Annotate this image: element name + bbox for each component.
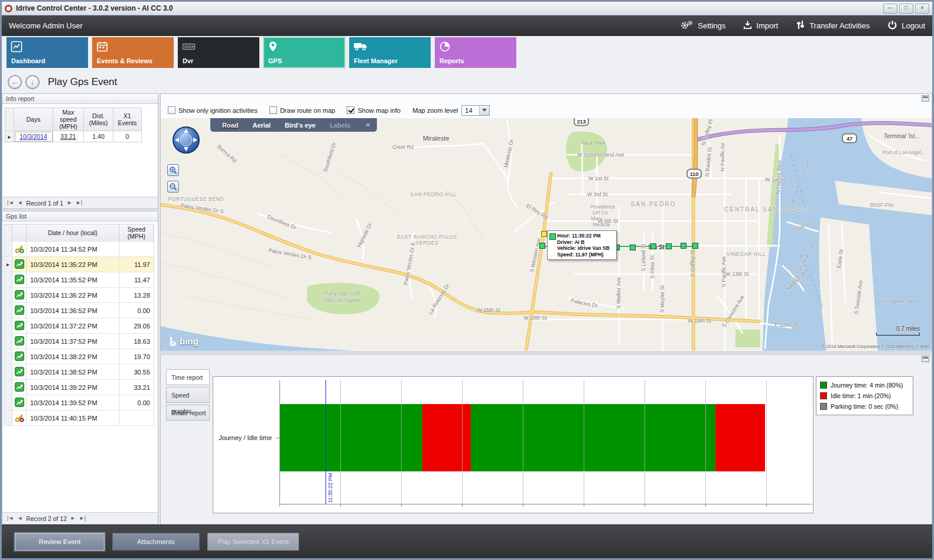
days-cell[interactable]: 10/3/2014 bbox=[14, 131, 53, 142]
gps-list-row[interactable]: 10/3/2014 11:35:52 PM 11.47 bbox=[4, 272, 154, 288]
column-header-dist: Dist. (Miles) bbox=[84, 108, 113, 131]
tab-speed-graphic[interactable]: Speed graphic bbox=[166, 387, 210, 403]
checkbox-icon bbox=[168, 106, 175, 114]
bar-segment-idle bbox=[422, 404, 471, 471]
gps-point-icon bbox=[15, 290, 24, 301]
gps-list-row[interactable]: 10/3/2014 11:38:52 PM 30.55 bbox=[4, 364, 154, 380]
map-style-aerial[interactable]: Aerial bbox=[246, 122, 278, 129]
route-point-marker[interactable] bbox=[692, 243, 698, 249]
tab-gps[interactable]: GPS bbox=[263, 37, 345, 68]
legend-label: Journey time: 4 min (80%) bbox=[831, 382, 903, 389]
review-event-button[interactable]: Review Event bbox=[15, 533, 105, 551]
route-point-marker[interactable] bbox=[539, 243, 545, 249]
axis-tick bbox=[401, 504, 402, 507]
column-header-x1-events: X1 Events bbox=[113, 108, 142, 131]
axis-tick bbox=[523, 504, 523, 507]
tab-events-reviews[interactable]: Events & Reviews bbox=[92, 37, 174, 68]
welcome-text: Welcome Admin User bbox=[9, 21, 83, 30]
legend-label: Idle time: 1 min (20%) bbox=[831, 392, 891, 399]
collapse-panel-button[interactable] bbox=[922, 95, 929, 102]
settings-button[interactable]: Settings bbox=[679, 20, 725, 32]
gps-list-row[interactable]: 10/3/2014 11:37:22 PM 29.05 bbox=[4, 318, 154, 334]
first-record-button[interactable]: |◄ bbox=[7, 200, 14, 206]
axis-tick bbox=[340, 504, 341, 507]
first-record-button[interactable]: |◄ bbox=[7, 516, 14, 521]
pager-text: Record 2 of 12 bbox=[26, 515, 67, 522]
prev-record-button[interactable]: ◄ bbox=[17, 516, 22, 521]
gps-list-row[interactable]: 10/3/2014 11:36:52 PM 0.00 bbox=[4, 303, 154, 318]
close-button[interactable]: × bbox=[915, 4, 929, 14]
collapse-map-styles-button[interactable]: « bbox=[357, 120, 372, 130]
zoom-level-select[interactable]: 14 bbox=[461, 105, 490, 116]
map-style-birds-eye[interactable]: Bird's eye bbox=[278, 122, 323, 129]
tab-route-report[interactable]: Route report bbox=[166, 405, 210, 421]
route-point-marker[interactable] bbox=[630, 245, 636, 250]
last-record-button[interactable]: ►| bbox=[76, 200, 82, 206]
axis-tick bbox=[766, 504, 767, 507]
info-report-row[interactable]: ▸ 10/3/2014 33.21 1.40 0 bbox=[5, 131, 142, 142]
attachments-button[interactable]: Attachments bbox=[112, 533, 200, 551]
back-button[interactable]: ← bbox=[8, 75, 22, 89]
logout-button[interactable]: Logout bbox=[887, 20, 925, 32]
gps-list-row[interactable]: 10/3/2014 11:40:15 PM bbox=[4, 411, 154, 426]
time-cursor[interactable] bbox=[326, 380, 326, 504]
gps-list-row[interactable]: 10/3/2014 11:37:52 PM 18.63 bbox=[4, 334, 154, 349]
last-record-button[interactable]: ►| bbox=[79, 516, 86, 521]
tooltip-speed: Speed: 11.97 (MPH) bbox=[557, 252, 614, 258]
show-ignition-checkbox[interactable]: Show only ignition activities bbox=[168, 106, 258, 114]
play-selected-x1-event-button[interactable]: Play Selected X1 Event bbox=[207, 533, 299, 551]
gps-list-panel-title: Gps list bbox=[2, 211, 158, 222]
gridline bbox=[584, 380, 584, 504]
chevron-down-icon[interactable] bbox=[479, 106, 489, 115]
zoom-out-button[interactable] bbox=[167, 181, 179, 193]
zoom-in-button[interactable] bbox=[167, 164, 179, 176]
down-button[interactable]: ↓ bbox=[25, 75, 40, 89]
info-report-panel-title: Info report bbox=[2, 94, 158, 104]
gps-point-icon bbox=[15, 398, 24, 408]
axis-tick bbox=[462, 504, 463, 507]
route-start-marker[interactable] bbox=[541, 231, 547, 237]
tab-dvr[interactable]: Dvr bbox=[178, 37, 259, 68]
gps-list-row[interactable]: 10/3/2014 11:34:52 PM bbox=[4, 242, 154, 257]
tab-fleet-manager[interactable]: Fleet Manager bbox=[349, 37, 431, 68]
draw-route-checkbox[interactable]: Draw route on map bbox=[269, 106, 336, 114]
next-record-button[interactable]: ► bbox=[70, 516, 76, 521]
import-icon bbox=[743, 20, 752, 31]
axis-tick bbox=[705, 504, 706, 507]
gridline bbox=[705, 380, 706, 504]
gps-list-row[interactable]: ▸ 10/3/2014 11:35:22 PM 11.97 bbox=[4, 257, 154, 272]
gridline bbox=[523, 380, 523, 504]
gps-point-icon bbox=[15, 305, 24, 316]
route-point-marker[interactable] bbox=[681, 243, 686, 249]
gps-list-row[interactable]: 10/3/2014 11:38:22 PM 19.70 bbox=[4, 349, 154, 364]
gps-list-row[interactable]: 10/3/2014 11:36:22 PM 13.28 bbox=[4, 288, 154, 303]
time-report-panel: Time report Speed graphic Route report J… bbox=[160, 354, 932, 525]
maximize-button[interactable]: □ bbox=[899, 4, 913, 14]
route-point-marker[interactable] bbox=[650, 243, 656, 249]
pie-chart-icon bbox=[439, 41, 451, 55]
bar-segment-idle bbox=[715, 404, 765, 471]
legend-item: Idle time: 1 min (20%) bbox=[820, 390, 909, 401]
gps-list-row[interactable]: 10/3/2014 11:39:22 PM 33.21 bbox=[4, 380, 154, 395]
minimize-button[interactable]: ─ bbox=[883, 4, 897, 14]
map-style-labels[interactable]: Labels bbox=[323, 122, 357, 129]
chart-legend: Journey time: 4 min (80%)Idle time: 1 mi… bbox=[816, 376, 913, 415]
gps-list-row[interactable]: 10/3/2014 11:39:52 PM 0.00 bbox=[4, 395, 154, 411]
bar-segment-journey bbox=[471, 404, 715, 471]
tab-dashboard[interactable]: Dashboard bbox=[6, 37, 88, 68]
tooltip-driver: Driver: AI B bbox=[557, 239, 614, 246]
legend-color-swatch bbox=[820, 382, 827, 389]
column-header bbox=[4, 224, 12, 242]
tab-reports[interactable]: Reports bbox=[435, 37, 516, 68]
prev-record-button[interactable]: ◄ bbox=[17, 200, 22, 206]
next-record-button[interactable]: ► bbox=[67, 200, 72, 206]
import-button[interactable]: Import bbox=[743, 20, 778, 31]
map-style-road[interactable]: Road bbox=[215, 122, 246, 129]
show-map-info-checkbox[interactable]: Show map info bbox=[347, 106, 401, 114]
tab-time-report[interactable]: Time report bbox=[166, 369, 210, 385]
transfer-activities-button[interactable]: Transfer Activities bbox=[796, 20, 870, 31]
map-compass-control[interactable] bbox=[171, 125, 201, 155]
route-point-marker[interactable] bbox=[666, 243, 672, 249]
map[interactable]: MiralestePeck ParkW Summerland AveCrest … bbox=[161, 118, 932, 351]
collapse-panel-button[interactable] bbox=[922, 356, 929, 362]
